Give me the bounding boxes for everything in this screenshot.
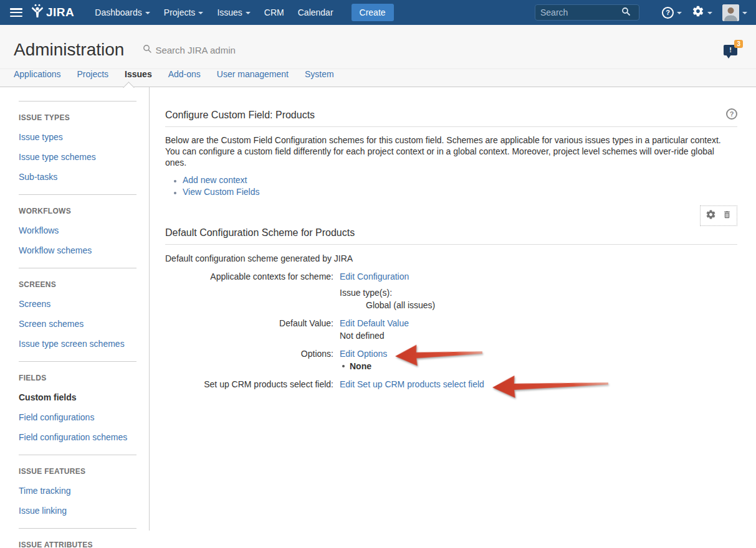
jira-admin-page: JIRA Dashboards Projects Issues CRM Cale…	[0, 0, 756, 548]
scheme-title: Default Configuration Scheme for Product…	[165, 227, 737, 239]
sidebar-item-screens[interactable]: Screens	[19, 299, 136, 309]
divider	[19, 361, 136, 362]
help-menu[interactable]: ?	[662, 7, 682, 19]
chevron-down-icon	[246, 12, 251, 14]
top-navbar: JIRA Dashboards Projects Issues CRM Cale…	[0, 0, 756, 25]
jira-logo-icon	[31, 4, 45, 21]
default-value-status: Not defined	[340, 331, 409, 341]
tab-addons[interactable]: Add-ons	[168, 69, 201, 79]
gear-icon	[692, 5, 704, 20]
content-title: Configure Custom Field: Products	[165, 110, 726, 121]
field-label: Default Value:	[165, 318, 340, 341]
admin-tabs: Applications Projects Issues Add-ons Use…	[0, 69, 756, 87]
chevron-down-icon	[198, 12, 203, 14]
chevron-down-icon	[677, 12, 682, 14]
action-links: Add new context View Custom Fields	[183, 174, 737, 198]
chevron-down-icon	[742, 12, 747, 14]
divider	[19, 528, 136, 529]
divider	[165, 244, 737, 245]
admin-sidebar: ISSUE TYPES Issue types Issue type schem…	[0, 87, 150, 531]
edit-default-value-link[interactable]: Edit Default Value	[340, 318, 409, 328]
nav-projects[interactable]: Projects	[164, 7, 204, 17]
notification-badge: 3	[734, 40, 743, 48]
issue-types-label: Issue type(s):	[340, 288, 435, 298]
nav-crm[interactable]: CRM	[264, 7, 284, 17]
issue-types-value: Global (all issues)	[340, 300, 435, 310]
sidebar-section-screens: SCREENS	[19, 280, 136, 289]
sidebar-item-time-tracking[interactable]: Time tracking	[19, 486, 136, 496]
divider	[165, 126, 737, 127]
list-item: View Custom Fields	[183, 186, 737, 198]
divider	[19, 455, 136, 455]
sidebar-item-issue-linking[interactable]: Issue linking	[19, 506, 136, 516]
sidebar-section-issue-attributes: ISSUE ATTRIBUTES	[19, 541, 136, 548]
sidebar-section-fields: FIELDS	[19, 374, 136, 382]
options-value: None	[340, 361, 387, 371]
sidebar-section-issue-types: ISSUE TYPES	[19, 113, 136, 122]
admin-search-input[interactable]	[155, 45, 292, 55]
search-icon	[621, 7, 630, 18]
sidebar-item-issue-types[interactable]: Issue types	[19, 132, 136, 142]
nav-dashboards[interactable]: Dashboards	[95, 7, 150, 17]
sidebar-item-field-configuration-schemes[interactable]: Field configuration schemes	[19, 432, 136, 442]
sidebar-item-issue-type-schemes[interactable]: Issue type schemes	[19, 152, 136, 162]
edit-configuration-link[interactable]: Edit Configuration	[340, 272, 409, 281]
divider	[19, 101, 136, 102]
search-icon	[143, 44, 151, 55]
view-custom-fields-link[interactable]: View Custom Fields	[183, 187, 259, 197]
field-label: Options:	[165, 349, 340, 371]
trash-icon[interactable]	[722, 209, 732, 222]
scheme-form: Applicable contexts for scheme: Edit Con…	[165, 272, 737, 389]
edit-options-link[interactable]: Edit Options	[340, 349, 387, 359]
help-icon: ?	[662, 7, 674, 19]
sidebar-section-issue-features: ISSUE FEATURES	[19, 467, 136, 476]
row-default-value: Default Value: Edit Default Value Not de…	[165, 318, 737, 341]
row-applicable-contexts: Applicable contexts for scheme: Edit Con…	[165, 272, 737, 310]
navbar-search-input[interactable]	[540, 7, 621, 17]
list-item: Add new context	[183, 174, 737, 186]
jira-logo-text: JIRA	[46, 6, 74, 19]
field-label: Applicable contexts for scheme:	[165, 272, 340, 310]
field-label: Set up CRM products select field:	[165, 379, 340, 389]
avatar	[722, 4, 739, 21]
sidebar-item-sub-tasks[interactable]: Sub-tasks	[19, 172, 136, 182]
page-title: Administration	[14, 40, 124, 60]
main-content: Configure Custom Field: Products ? Below…	[150, 87, 756, 531]
sidebar-item-workflows[interactable]: Workflows	[19, 225, 136, 235]
gear-icon[interactable]	[706, 209, 716, 222]
tab-issues[interactable]: Issues	[125, 69, 152, 79]
jira-logo[interactable]: JIRA	[31, 4, 74, 21]
help-icon[interactable]: ?	[726, 108, 737, 120]
sidebar-item-workflow-schemes[interactable]: Workflow schemes	[19, 245, 136, 255]
navbar-search[interactable]	[535, 4, 639, 21]
sidebar-item-issue-type-screen-schemes[interactable]: Issue type screen schemes	[19, 339, 136, 349]
bullet-icon	[342, 365, 345, 367]
description-text: Below are the Custom Field Configuration…	[165, 135, 737, 168]
sidebar-item-field-configurations[interactable]: Field configurations	[19, 412, 136, 422]
tab-applications[interactable]: Applications	[14, 69, 61, 79]
nav-issues[interactable]: Issues	[217, 7, 250, 17]
create-button[interactable]: Create	[352, 4, 394, 21]
sidebar-item-screen-schemes[interactable]: Screen schemes	[19, 319, 136, 329]
admin-header: Administration ! 3 Applications Projects…	[0, 25, 756, 87]
admin-gear-menu[interactable]	[692, 5, 712, 20]
scheme-subtitle: Default configuration scheme generated b…	[165, 253, 737, 263]
sidebar-section-workflows: WORKFLOWS	[19, 207, 136, 215]
tab-system[interactable]: System	[305, 69, 334, 79]
tab-user-management[interactable]: User management	[217, 69, 289, 79]
row-options: Options: Edit Options None	[165, 349, 737, 371]
add-new-context-link[interactable]: Add new context	[183, 175, 247, 185]
row-crm-products: Set up CRM products select field: Edit S…	[165, 379, 737, 389]
nav-calendar[interactable]: Calendar	[298, 7, 333, 17]
tab-projects[interactable]: Projects	[77, 69, 109, 79]
user-menu[interactable]	[722, 4, 747, 21]
hamburger-icon[interactable]	[10, 8, 22, 17]
edit-crm-products-link[interactable]: Edit Set up CRM products select field	[340, 379, 484, 389]
notification-button[interactable]: ! 3	[724, 45, 737, 55]
chevron-down-icon	[707, 12, 712, 14]
sidebar-item-custom-fields[interactable]: Custom fields	[19, 392, 136, 402]
divider	[19, 268, 136, 268]
chevron-down-icon	[145, 12, 150, 14]
admin-search[interactable]	[143, 44, 292, 55]
scheme-tools	[700, 206, 737, 226]
